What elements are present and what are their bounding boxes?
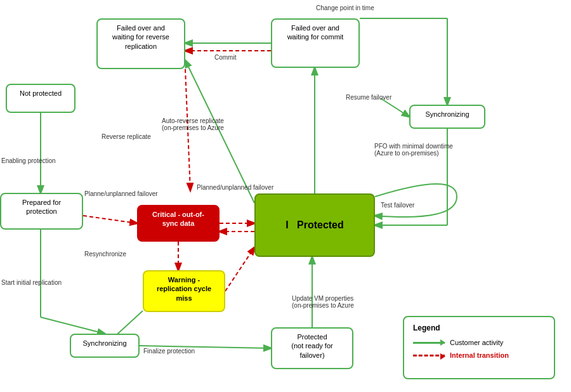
protected-main-node: I Protected	[254, 193, 375, 257]
protected-not-ready-node: Protected(not ready forfailover)	[271, 327, 353, 369]
planne-unplanned-label: Planne/unplanned failover	[84, 190, 158, 197]
warning-replication-node: Warning -replication cyclemiss	[143, 270, 225, 312]
prepared-label: Prepared forprotection	[22, 199, 61, 215]
not-protected-label: Not protected	[20, 89, 62, 97]
legend-customer-row: Customer activity	[413, 339, 545, 346]
synchronizing-top-node: Synchronizing	[409, 105, 485, 129]
test-failover-label: Test failover	[381, 202, 414, 209]
customer-activity-label: Customer activity	[450, 339, 503, 346]
synchronizing-bottom-node: Synchronizing	[70, 334, 140, 358]
protected-not-ready-label: Protected(not ready forfailover)	[291, 333, 332, 359]
critical-label: Critical - out-of-sync data	[152, 211, 204, 227]
resume-failover-label: Resume failover	[346, 94, 391, 101]
svg-line-7	[381, 98, 409, 117]
start-initial-replication-label: Start initial replication	[1, 279, 65, 286]
legend-box: Legend Customer activity Internal transi…	[403, 316, 555, 379]
failed-over-reverse-label: Failed over andwaiting for reversereplic…	[112, 24, 169, 50]
failed-over-commit-node: Failed over andwaiting for commit	[271, 18, 360, 68]
commit-label: Commit	[214, 54, 236, 61]
internal-transition-label: Internal transition	[450, 351, 509, 359]
protected-main-label: I Protected	[286, 219, 344, 232]
planned-unplanned-label2: Planned/unplanned failover	[197, 184, 273, 191]
legend-internal-row: Internal transition	[413, 351, 545, 359]
dashed-arrow-icon	[413, 355, 445, 356]
auto-reverse-label: Auto-reverse replicate(on-premises to Az…	[162, 117, 251, 131]
svg-line-2	[41, 317, 105, 334]
enabling-protection-label: Enabling protection	[1, 157, 56, 164]
reverse-replicate-label: Reverse replicate	[102, 133, 151, 140]
change-point-label: Change point in time	[316, 4, 374, 11]
resynchronize-label: Resynchronize	[84, 251, 126, 258]
svg-line-6	[185, 60, 254, 203]
failed-over-reverse-node: Failed over andwaiting for reversereplic…	[96, 18, 185, 69]
prepared-for-protection-node: Prepared forprotection	[0, 193, 83, 230]
not-protected-node: Not protected	[6, 84, 75, 113]
svg-line-18	[225, 247, 254, 291]
synchronizing-top-label: Synchronizing	[425, 110, 469, 118]
warning-label: Warning -replication cyclemiss	[157, 276, 211, 302]
solid-arrow-icon	[413, 342, 445, 344]
update-vm-label: Update VM properties(on-premises to Azur…	[292, 295, 362, 309]
legend-title: Legend	[413, 323, 545, 332]
synchronizing-bottom-label: Synchronizing	[82, 339, 126, 347]
finalize-protection-label: Finalize protection	[143, 348, 195, 355]
critical-out-of-sync-node: Critical - out-of-sync data	[137, 205, 220, 242]
pfo-minimal-label: PFO with minimal downtime(Azure to on-pr…	[374, 143, 476, 157]
svg-line-14	[83, 216, 137, 223]
diagram-container: Not protected Prepared forprotection Fai…	[0, 0, 571, 392]
failed-over-commit-label: Failed over andwaiting for commit	[287, 24, 344, 41]
